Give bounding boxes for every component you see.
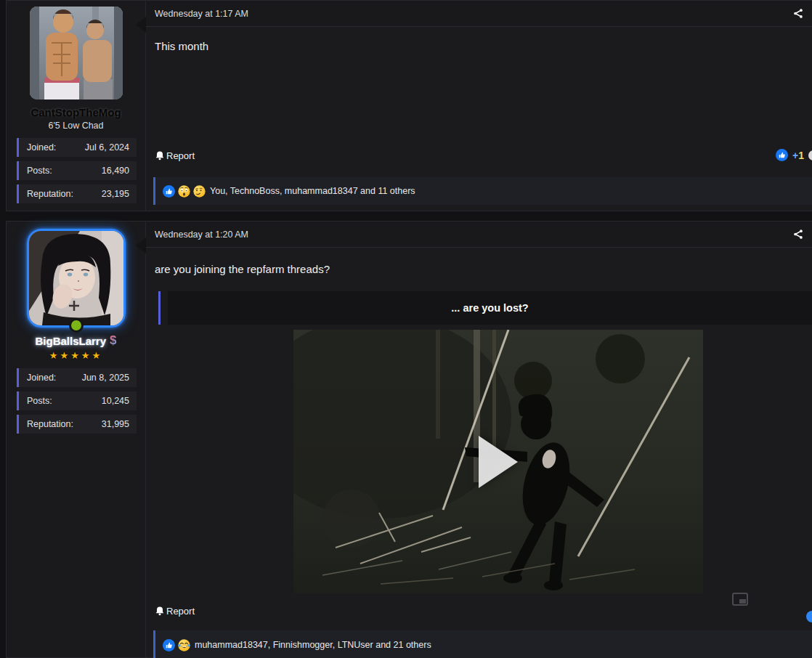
forum-post: CantStopTheMog 6'5 Low Chad Joined: Jul … [6,0,812,211]
bell-icon [155,606,165,617]
reaction-score[interactable]: +1 [776,149,812,161]
score-text: +1 [792,150,804,161]
stat-value: 10,245 [102,396,129,406]
reactions-text: muhammad18347, Finnishmogger, LTNUser an… [195,640,431,650]
stat-value: 23,195 [102,189,129,199]
stat-row-joined: Joined: Jul 6, 2024 [17,138,137,157]
quote-text: ... are you lost? [168,291,812,325]
thumbs-up-icon [776,149,788,161]
quote-block: ... are you lost? [158,291,812,325]
post-content: Wednesday at 1:20 AM are you joining the… [146,222,812,657]
user-stats: Joined: Jul 6, 2024 Posts: 16,490 Reputa… [7,138,145,208]
picture-in-picture-icon[interactable] [732,593,748,606]
post-content: Wednesday at 1:17 AM This month Report [146,1,812,211]
post-header: Wednesday at 1:20 AM [146,222,812,248]
report-label: Report [166,606,195,617]
goth-girl-avatar-image [29,231,123,325]
stat-row-posts: Posts: 16,490 [17,161,137,180]
user-stats: Joined: Jun 8, 2025 Posts: 10,245 Reputa… [7,368,145,438]
stat-label: Reputation: [27,419,73,429]
stat-value: Jun 8, 2025 [82,373,129,383]
stat-value: Jul 6, 2024 [85,142,129,153]
cut-off-icon [808,150,812,161]
stat-label: Joined: [27,142,56,153]
reactions-summary[interactable]: You, TechnoBoss, muhammad18347 and 11 ot… [153,177,812,205]
forum-post: BigBallsLarry $ ★★★★★ Joined: Jun 8, 202… [6,221,812,658]
video-player[interactable] [293,330,703,593]
stat-row-posts: Posts: 10,245 [17,391,137,410]
reactions-text: You, TechnoBoss, muhammad18347 and 11 ot… [210,186,415,196]
gym-photo-avatar-image [30,7,123,99]
stat-label: Reputation: [27,189,73,199]
report-button[interactable]: Report [155,150,195,161]
report-button[interactable]: Report [155,606,195,617]
user-panel: CantStopTheMog 6'5 Low Chad Joined: Jul … [7,1,146,211]
stat-row-reputation: Reputation: 23,195 [17,184,137,203]
reactions-summary[interactable]: muhammad18347, Finnishmogger, LTNUser an… [153,630,812,658]
thumbs-up-icon [163,639,175,651]
avatar[interactable] [27,229,126,328]
star-rating: ★★★★★ [49,350,102,361]
bell-icon [155,150,165,161]
cut-off-reaction-icon [806,611,812,622]
user-title: 6'5 Low Chad [48,121,103,131]
share-icon[interactable] [793,229,803,240]
post-timestamp-link[interactable]: Wednesday at 1:20 AM [155,230,248,240]
stat-label: Posts: [27,396,52,406]
astonished-emoji-icon [178,185,190,198]
stat-row-reputation: Reputation: 31,995 [17,415,137,434]
share-icon[interactable] [793,8,803,19]
avatar[interactable] [30,7,123,99]
stat-row-joined: Joined: Jun 8, 2025 [17,368,137,387]
stat-value: 31,995 [102,419,129,429]
post-header: Wednesday at 1:17 AM [146,1,812,27]
stat-label: Posts: [27,166,52,176]
post-timestamp-link[interactable]: Wednesday at 1:17 AM [155,9,248,19]
play-button[interactable] [479,436,518,488]
report-label: Report [166,150,195,161]
online-indicator [69,318,84,333]
stat-value: 16,490 [102,166,129,176]
joy-emoji-icon [178,639,190,651]
dollar-badge-icon: $ [110,333,116,348]
thumbs-up-icon [163,185,175,198]
stat-label: Joined: [27,373,56,383]
post-body-text: This month [155,40,208,52]
username[interactable]: BigBallsLarry [35,335,106,347]
user-panel: BigBallsLarry $ ★★★★★ Joined: Jun 8, 202… [7,222,146,657]
post-body-text: are you joining the repfarm threads? [155,263,330,275]
unsure-emoji-icon [193,185,206,198]
username[interactable]: CantStopTheMog [31,106,121,118]
